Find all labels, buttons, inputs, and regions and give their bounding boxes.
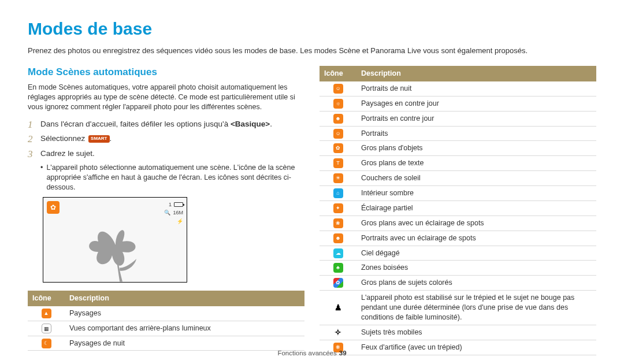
table-row: ♟L'appareil photo est stabilisé sur le t… (320, 291, 596, 325)
table-row: ✦Éclairage partiel (320, 200, 596, 216)
table-row: ☻Portraits avec un éclairage de spots (320, 231, 596, 246)
scene-description: Gros plans de texte (356, 156, 596, 171)
scene-description: Paysages de nuit (65, 336, 304, 351)
scene-icon: ✦ (333, 203, 343, 213)
th-icon: Icône (320, 66, 356, 81)
scene-flower-icon: ✿ (47, 201, 60, 214)
section-heading: Mode Scènes automatiques (28, 66, 304, 79)
table-row: ✿Gros plans de sujets colorés (320, 276, 596, 291)
bullet-dot-icon: • (40, 163, 43, 192)
scene-description: Couchers de soleil (356, 171, 596, 186)
flash-icon: ⚡ (177, 218, 183, 225)
table-row: ☼Paysages en contre jour (320, 96, 596, 111)
zoom-value: 16M (173, 209, 183, 217)
table-row: ☾Paysages de nuit (28, 336, 304, 351)
th-icon: Icône (28, 291, 65, 306)
table-row: ⌂Intérieur sombre (320, 186, 596, 201)
left-column: Mode Scènes automatiques En mode Scènes … (28, 66, 304, 355)
scene-description: Éclairage partiel (356, 200, 596, 216)
scene-icon: ♣ (333, 263, 343, 273)
mode-description: En mode Scènes automatiques, votre appar… (28, 83, 304, 112)
scene-icon: ❀ (333, 218, 343, 228)
scene-description: Paysages en contre jour (356, 96, 596, 111)
scene-description: Portraits (356, 126, 596, 141)
step-1-text: Dans l'écran d'accueil, faites défiler l… (40, 119, 304, 131)
scene-description: Zones boisées (356, 261, 596, 276)
scene-description: Paysages (65, 306, 304, 321)
shot-counter: 1 (169, 201, 172, 209)
scene-description: Portraits avec un éclairage de spots (356, 231, 596, 246)
scene-description: Gros plans avec un éclairage de spots (356, 216, 596, 231)
step-number-3: 3 (28, 148, 40, 160)
scene-icon: ☻ (333, 114, 343, 124)
flower-silhouette (75, 214, 156, 283)
icons-table-right: Icône Description ☺Portraits de nuit☼Pay… (320, 66, 596, 355)
table-row: ☀Couchers de soleil (320, 171, 596, 186)
step-3-bullet: • L'appareil photo sélectionne automatiq… (40, 163, 304, 192)
steps-list: 1 Dans l'écran d'accueil, faites défiler… (28, 119, 304, 192)
scene-icon: ▲ (42, 309, 51, 318)
table-row: ☁Ciel dégagé (320, 246, 596, 261)
icons-table-left: Icône Description ▲Paysages▦Vues comport… (28, 291, 304, 351)
th-desc: Description (65, 291, 304, 306)
smart-badge-icon: SMART (88, 135, 109, 143)
scene-description: Intérieur sombre (356, 186, 596, 201)
scene-icon: ☺ (333, 84, 343, 94)
scene-icon: ☁ (333, 248, 343, 258)
scene-description: Sujets très mobiles (356, 325, 596, 340)
scene-icon: ▦ (42, 324, 51, 333)
table-row: ▦Vues comportant des arrière-plans lumin… (28, 321, 304, 336)
right-column: Icône Description ☺Portraits de nuit☼Pay… (320, 66, 596, 355)
zoom-icon: 🔍 (164, 209, 170, 217)
scene-description: L'appareil photo est stabilisé sur le tr… (356, 291, 596, 325)
table-row: ✿Gros plans d'objets (320, 141, 596, 156)
scene-icon: ✧ (333, 328, 343, 337)
scene-description: Portraits en contre jour (356, 111, 596, 126)
step-number-2: 2 (28, 133, 40, 145)
scene-icon: ☺ (333, 129, 343, 139)
intro-text: Prenez des photos ou enregistrez des séq… (28, 46, 596, 56)
camera-overlay: 1 🔍16M ⚡ (164, 201, 183, 226)
table-row: ❀Gros plans avec un éclairage de spots (320, 216, 596, 231)
table-row: TGros plans de texte (320, 156, 596, 171)
battery-icon (174, 202, 183, 207)
table-row: ☺Portraits de nuit (320, 81, 596, 96)
step-2-text: Sélectionnez SMART. (40, 133, 304, 145)
camera-preview: ✿ 1 🔍16M ⚡ (43, 197, 187, 283)
table-row: ☺Portraits (320, 126, 596, 141)
scene-description: Gros plans de sujets colorés (356, 276, 596, 291)
table-row: ☻Portraits en contre jour (320, 111, 596, 126)
table-row: ✧Sujets très mobiles (320, 325, 596, 340)
scene-icon: ☾ (42, 339, 51, 348)
step-3-text: Cadrez le sujet. (40, 148, 304, 160)
th-desc: Description (356, 66, 596, 81)
scene-description: Gros plans d'objets (356, 141, 596, 156)
scene-icon: ✿ (333, 278, 343, 288)
scene-icon: ✿ (333, 143, 343, 153)
table-row: ▲Paysages (28, 306, 304, 321)
scene-icon: ♟ (333, 303, 343, 313)
step-number-1: 1 (28, 119, 40, 131)
scene-icon: ☀ (333, 173, 343, 183)
scene-description: Ciel dégagé (356, 246, 596, 261)
scene-icon: ☻ (333, 233, 343, 243)
scene-icon: T (333, 158, 343, 168)
table-row: ♣Zones boisées (320, 261, 596, 276)
scene-icon: ☼ (333, 99, 343, 109)
page-title: Modes de base (28, 17, 596, 41)
scene-description: Vues comportant des arrière-plans lumine… (65, 321, 304, 336)
page-footer: Fonctions avancées39 (0, 349, 624, 358)
scene-description: Portraits de nuit (356, 81, 596, 96)
scene-icon: ⌂ (333, 188, 343, 198)
